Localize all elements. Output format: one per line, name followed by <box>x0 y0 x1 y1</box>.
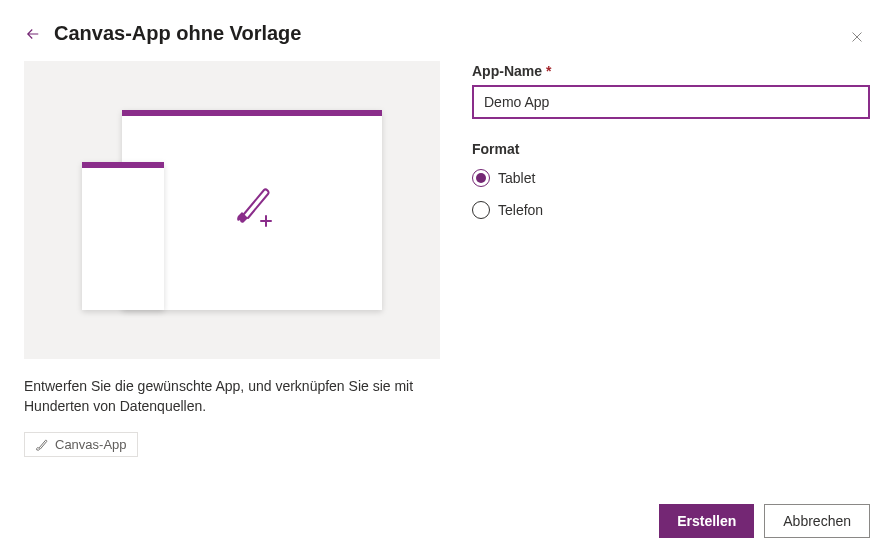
cancel-button[interactable]: Abbrechen <box>764 504 870 538</box>
page-title: Canvas-App ohne Vorlage <box>54 22 301 45</box>
description-text: Entwerfen Sie die gewünschte App, und ve… <box>24 377 440 416</box>
format-option-telefon[interactable]: Telefon <box>472 201 870 219</box>
create-button[interactable]: Erstellen <box>659 504 754 538</box>
brush-icon <box>35 438 49 452</box>
app-name-label: App-Name * <box>472 63 870 79</box>
radio-unselected-icon <box>472 201 490 219</box>
format-label: Format <box>472 141 870 157</box>
preview-illustration <box>24 61 440 359</box>
radio-label: Telefon <box>498 202 543 218</box>
back-button[interactable] <box>24 25 42 43</box>
close-icon <box>848 28 866 46</box>
brush-plus-icon <box>230 182 280 236</box>
canvas-app-tag: Canvas-App <box>24 432 138 457</box>
phone-preview <box>82 162 164 310</box>
app-name-input[interactable] <box>472 85 870 119</box>
radio-selected-icon <box>472 169 490 187</box>
tag-label: Canvas-App <box>55 437 127 452</box>
close-button[interactable] <box>848 28 866 50</box>
radio-label: Tablet <box>498 170 535 186</box>
format-option-tablet[interactable]: Tablet <box>472 169 870 187</box>
arrow-left-icon <box>24 25 42 43</box>
